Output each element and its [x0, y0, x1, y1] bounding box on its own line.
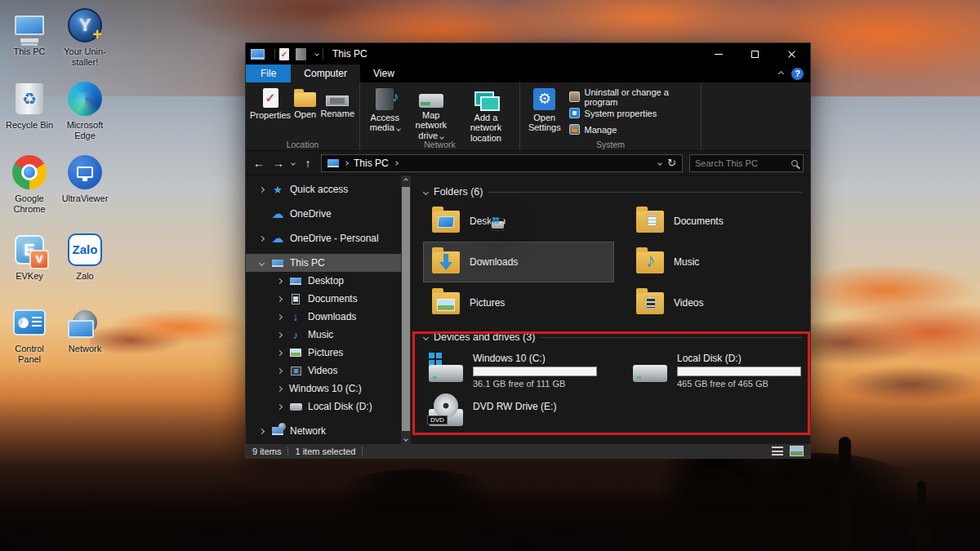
nav-item-this-pc[interactable]: This PC — [246, 254, 401, 272]
folders-section-header[interactable]: Folders (6) — [424, 184, 810, 200]
address-dropdown-chevron-icon[interactable] — [657, 161, 662, 166]
access-media-button[interactable]: Access media — [365, 87, 405, 133]
refresh-icon[interactable]: ↻ — [667, 157, 676, 169]
forward-button[interactable]: → — [272, 157, 285, 170]
nav-item-onedrive-personal[interactable]: ☁ OneDrive - Personal — [246, 229, 401, 247]
desktop-icon-network[interactable]: Network — [59, 304, 111, 354]
item-count: 9 items — [252, 447, 281, 456]
nav-item-documents[interactable]: Documents — [246, 290, 401, 308]
nav-item-desktop[interactable]: Desktop — [246, 272, 401, 290]
qat-newfolder-icon[interactable] — [296, 48, 306, 60]
ultraviewer-icon — [68, 155, 102, 189]
desktop-icon-zalo[interactable]: Zalo Zalo — [59, 231, 111, 282]
desktop-icon-this-pc[interactable]: This PC — [3, 7, 56, 57]
section-collapse-chevron-icon[interactable] — [423, 189, 429, 194]
qat-properties-icon[interactable] — [279, 48, 289, 60]
uninstall-program-button[interactable]: Uninstall or change a program — [566, 90, 696, 104]
scroll-up-icon[interactable] — [403, 178, 408, 183]
expander-chevron-icon[interactable] — [276, 385, 282, 391]
expander-chevron-icon[interactable] — [258, 186, 264, 192]
desktop-icon-label: Zalo — [59, 271, 111, 282]
folder-tile-pictures[interactable]: Pictures — [424, 283, 613, 322]
scrollbar-thumb[interactable] — [402, 187, 410, 431]
rename-button[interactable]: Rename — [320, 87, 354, 118]
expander-chevron-icon[interactable] — [276, 349, 282, 355]
up-button[interactable]: ↑ — [301, 157, 314, 170]
group-label-system: System — [520, 140, 701, 149]
onedrive-cloud-icon: ☁ — [271, 207, 284, 220]
details-view-icon[interactable] — [772, 447, 783, 455]
maximize-button[interactable] — [737, 43, 773, 64]
recent-locations-chevron-icon[interactable] — [291, 161, 296, 166]
expander-chevron-icon[interactable] — [276, 313, 282, 319]
folder-tile-downloads[interactable]: Downloads — [424, 242, 613, 282]
desktop-icon-recycle-bin[interactable]: ♻ Recycle Bin — [3, 80, 56, 131]
title-bar[interactable]: This PC — [246, 43, 810, 64]
network-icon — [73, 310, 97, 335]
expander-chevron-icon[interactable] — [276, 403, 282, 409]
minimize-button[interactable] — [700, 43, 737, 64]
desktop-icon-ultraviewer[interactable]: UltraViewer — [59, 153, 111, 204]
nav-item-pictures[interactable]: Pictures — [246, 344, 401, 362]
scroll-down-icon[interactable] — [403, 437, 408, 442]
large-icons-view-icon[interactable] — [790, 446, 804, 456]
tab-file[interactable]: File — [246, 64, 291, 82]
manage-button[interactable]: Manage — [566, 122, 696, 136]
nav-item-local-disk-d[interactable]: Local Disk (D:) — [246, 398, 401, 415]
tab-computer[interactable]: Computer — [291, 64, 360, 82]
search-box[interactable] — [689, 154, 804, 172]
open-settings-button[interactable]: ⚙ Open Settings — [525, 87, 564, 133]
nav-item-music[interactable]: ♪ Music — [246, 326, 401, 344]
nav-item-onedrive[interactable]: ☁ OneDrive — [246, 205, 401, 223]
drive-tile-windows-c[interactable]: Windows 10 (C:) 36.1 GB free of 111 GB — [424, 350, 613, 391]
open-button[interactable]: Open — [292, 87, 318, 119]
videos-icon — [289, 364, 302, 377]
nav-item-videos[interactable]: Videos — [246, 362, 401, 380]
desktop-icon-evkey[interactable]: E EVKey — [3, 231, 56, 282]
breadcrumb-chevron-icon[interactable] — [394, 161, 399, 166]
nav-scrollbar[interactable] — [401, 176, 411, 444]
drive-tile-local-d[interactable]: Local Disk (D:) 465 GB free of 465 GB — [628, 350, 810, 391]
desktop-icon-label: Recycle Bin — [3, 120, 56, 131]
nav-item-windows-c[interactable]: Windows 10 (C:) — [246, 380, 401, 398]
search-input[interactable] — [695, 158, 791, 168]
folder-tile-music[interactable]: ♪ Music — [628, 242, 810, 282]
expander-chevron-icon[interactable] — [276, 295, 282, 301]
desktop-icon-control-panel[interactable]: Control Panel — [3, 304, 56, 364]
desktop-icon-google-chrome[interactable]: Google Chrome — [3, 153, 56, 214]
nav-item-quick-access[interactable]: ★ Quick access — [246, 180, 401, 198]
folder-tile-documents[interactable]: Documents — [628, 202, 810, 241]
drive-usage-bar — [677, 367, 801, 376]
address-breadcrumb-bar[interactable]: This PC ↻ — [321, 154, 683, 172]
expander-chevron-icon[interactable] — [276, 367, 282, 373]
expander-chevron-icon[interactable] — [258, 235, 264, 241]
ribbon-group-system: ⚙ Open Settings Uninstall or change a pr… — [520, 82, 702, 150]
qat-customize-chevron-icon[interactable] — [314, 51, 319, 56]
back-button[interactable]: ← — [252, 157, 265, 170]
drive-tile-dvd-e[interactable]: DVD DVD RW Drive (E:) — [424, 394, 613, 435]
search-icon[interactable] — [791, 160, 798, 167]
close-button[interactable] — [773, 43, 810, 64]
folder-tile-videos[interactable]: Videos — [628, 283, 810, 322]
expander-chevron-icon[interactable] — [276, 331, 282, 337]
expander-chevron-icon[interactable] — [258, 260, 264, 265]
chrome-icon — [12, 155, 47, 189]
nav-item-downloads[interactable]: ↓ Downloads — [246, 308, 401, 326]
expander-chevron-icon[interactable] — [276, 278, 282, 283]
properties-button[interactable]: Properties — [251, 87, 290, 120]
minimize-ribbon-icon[interactable] — [778, 70, 784, 76]
expander-chevron-icon[interactable] — [258, 428, 264, 433]
breadcrumb[interactable]: This PC — [354, 158, 389, 169]
devices-section-header[interactable]: Devices and drives (3) — [424, 329, 810, 345]
nav-item-network[interactable]: Network — [246, 422, 401, 440]
desktop-icon-microsoft-edge[interactable]: Microsoft Edge — [59, 80, 111, 140]
help-icon[interactable]: ? — [791, 68, 804, 80]
section-collapse-chevron-icon[interactable] — [423, 334, 429, 340]
folder-tile-desktop[interactable]: Desktop — [424, 202, 613, 241]
system-properties-button[interactable]: System properties — [566, 106, 696, 120]
map-network-drive-button[interactable]: Map network drive — [407, 87, 456, 140]
add-network-location-button[interactable]: Add a network location — [457, 87, 514, 143]
tab-view[interactable]: View — [360, 64, 408, 82]
desktop-icon-your-uninstaller[interactable]: Y Your Unin-staller! — [59, 7, 111, 67]
breadcrumb-chevron-icon[interactable] — [344, 161, 349, 166]
